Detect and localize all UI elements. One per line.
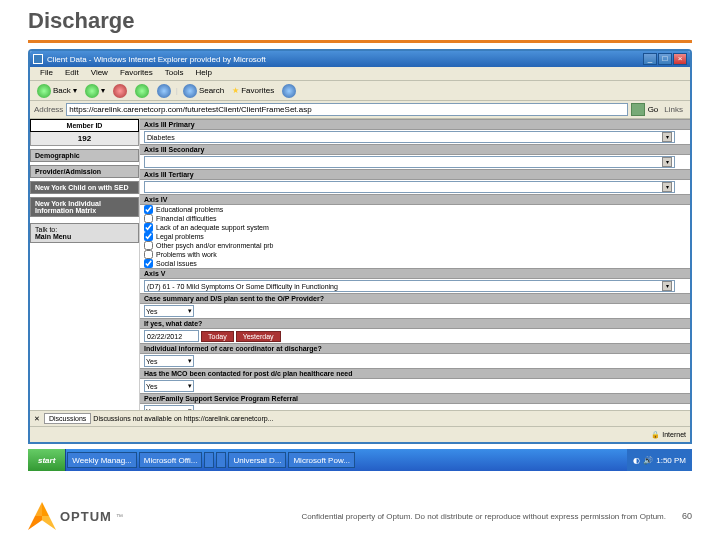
axis3-secondary-select[interactable]: ▾ xyxy=(144,156,675,168)
taskbar: start Weekly Manag... Microsoft Offi... … xyxy=(28,449,692,471)
menu-help[interactable]: Help xyxy=(189,67,217,80)
task-item[interactable]: Universal D... xyxy=(228,452,286,468)
footer-text: Confidential property of Optum. Do not d… xyxy=(301,512,666,521)
axis4-label: Social issues xyxy=(156,260,197,267)
talk-to-label: Talk to: xyxy=(35,226,134,233)
discussions-bar: ✕ Discussions Discussions not available … xyxy=(30,410,690,426)
go-button[interactable] xyxy=(631,103,645,116)
search-icon xyxy=(183,84,197,98)
main-form: Axis III Primary Diabetes▾ Axis III Seco… xyxy=(140,119,690,410)
task-item[interactable]: Microsoft Offi... xyxy=(139,452,203,468)
menu-bar: File Edit View Favorites Tools Help xyxy=(30,67,690,81)
task-item[interactable]: Weekly Manag... xyxy=(67,452,136,468)
back-button[interactable]: Back▾ xyxy=(34,83,80,99)
main-menu-link[interactable]: Main Menu xyxy=(35,233,71,240)
home-icon xyxy=(157,84,171,98)
axis4-label: Educational problems xyxy=(156,206,223,213)
peer-select[interactable]: Yes▾ xyxy=(144,405,194,410)
axis4-checkbox[interactable] xyxy=(144,223,153,232)
informed-select[interactable]: Yes▾ xyxy=(144,355,194,367)
slide-title: Discharge xyxy=(0,0,720,38)
logo-text: OPTUM xyxy=(60,509,112,524)
home-button[interactable] xyxy=(154,83,174,99)
axis4-checkbox[interactable] xyxy=(144,232,153,241)
refresh-icon xyxy=(135,84,149,98)
mco-header: Has the MCO been contacted for post d/c … xyxy=(140,368,690,379)
task-item[interactable] xyxy=(216,452,226,468)
member-id-value: 192 xyxy=(30,132,139,146)
task-item[interactable]: Microsoft Pow... xyxy=(288,452,354,468)
axis4-label: Legal problems xyxy=(156,233,204,240)
history-button[interactable] xyxy=(279,83,299,99)
history-icon xyxy=(282,84,296,98)
axis4-label: Financial difficulties xyxy=(156,215,217,222)
tray-icon[interactable]: ◐ xyxy=(633,456,640,465)
yesterday-button[interactable]: Yesterday xyxy=(236,331,281,342)
forward-icon xyxy=(85,84,99,98)
sidebar-item-nymatrix[interactable]: New York Individual Information Matrix xyxy=(30,197,139,217)
date-input[interactable] xyxy=(144,330,199,342)
axis4-checkbox[interactable] xyxy=(144,241,153,250)
axis4-checkbox-row: Legal problems xyxy=(140,232,690,241)
axis3-tertiary-select[interactable]: ▾ xyxy=(144,181,675,193)
axis4-checkbox-row: Lack of an adequate support system xyxy=(140,223,690,232)
sidebar-item-demographic[interactable]: Demographic xyxy=(30,149,139,162)
clock: 1:50 PM xyxy=(656,456,686,465)
favorites-button[interactable]: ★Favorites xyxy=(229,85,277,96)
menu-favorites[interactable]: Favorites xyxy=(114,67,159,80)
axis4-checkbox-row: Other psych and/or environmental prb xyxy=(140,241,690,250)
axis4-checkbox-row: Social issues xyxy=(140,259,690,268)
axis4-label: Problems with work xyxy=(156,251,217,258)
axis3-tertiary-header: Axis III Tertiary xyxy=(140,169,690,180)
menu-edit[interactable]: Edit xyxy=(59,67,85,80)
axis4-label: Lack of an adequate support system xyxy=(156,224,269,231)
internet-zone: Internet xyxy=(662,431,686,438)
mco-select[interactable]: Yes▾ xyxy=(144,380,194,392)
axis4-checkbox[interactable] xyxy=(144,205,153,214)
toolbar: Back▾ ▾ | Search ★Favorites xyxy=(30,81,690,101)
close-button[interactable]: × xyxy=(673,53,687,65)
sidebar-mainmenu[interactable]: Talk to: Main Menu xyxy=(30,223,139,243)
axis4-checkbox-row: Problems with work xyxy=(140,250,690,259)
axis5-select[interactable]: (D7) 61 - 70 Mild Symptoms Or Some Diffi… xyxy=(144,280,675,292)
forward-button[interactable]: ▾ xyxy=(82,83,108,99)
sidebar: Member ID 192 Demographic Provider/Admis… xyxy=(30,119,140,410)
peer-header: Peer/Family Support Service Program Refe… xyxy=(140,393,690,404)
ifyes-header: If yes, what date? xyxy=(140,318,690,329)
menu-tools[interactable]: Tools xyxy=(159,67,190,80)
axis4-label: Other psych and/or environmental prb xyxy=(156,242,274,249)
axis4-checkbox[interactable] xyxy=(144,259,153,268)
stop-button[interactable] xyxy=(110,83,130,99)
minimize-button[interactable]: _ xyxy=(643,53,657,65)
start-button[interactable]: start xyxy=(28,449,66,471)
axis4-checkbox[interactable] xyxy=(144,214,153,223)
menu-file[interactable]: File xyxy=(34,67,59,80)
back-icon xyxy=(37,84,51,98)
task-item[interactable] xyxy=(204,452,214,468)
system-tray[interactable]: ◐ 🔊 1:50 PM xyxy=(627,449,692,471)
sidebar-item-nychild[interactable]: New York Child on with SED xyxy=(30,181,139,194)
sidebar-item-provider[interactable]: Provider/Admission xyxy=(30,165,139,178)
page-number: 60 xyxy=(682,511,692,521)
case-summary-header: Case summary and D/S plan sent to the O/… xyxy=(140,293,690,304)
axis4-checkbox[interactable] xyxy=(144,250,153,259)
menu-view[interactable]: View xyxy=(85,67,114,80)
refresh-button[interactable] xyxy=(132,83,152,99)
maximize-button[interactable]: □ xyxy=(658,53,672,65)
window-title: Client Data - Windows Internet Explorer … xyxy=(47,55,266,64)
discussions-tab[interactable]: Discussions xyxy=(44,413,91,424)
address-input[interactable] xyxy=(66,103,627,116)
status-bar: 🔒 Internet xyxy=(30,426,690,442)
address-label: Address xyxy=(34,105,63,114)
axis3-primary-select[interactable]: Diabetes▾ xyxy=(144,131,675,143)
links-label[interactable]: Links xyxy=(661,105,686,114)
discussions-msg: Discussions not available on https://car… xyxy=(93,415,273,422)
case-summary-select[interactable]: Yes▾ xyxy=(144,305,194,317)
search-button[interactable]: Search xyxy=(180,83,227,99)
footer-row: OPTUM™ Confidential property of Optum. D… xyxy=(0,492,720,540)
optum-logo: OPTUM™ xyxy=(28,502,123,530)
member-id-label: Member ID xyxy=(30,119,139,132)
tray-icon[interactable]: 🔊 xyxy=(643,456,653,465)
security-icon: 🔒 xyxy=(651,431,660,439)
today-button[interactable]: Today xyxy=(201,331,234,342)
